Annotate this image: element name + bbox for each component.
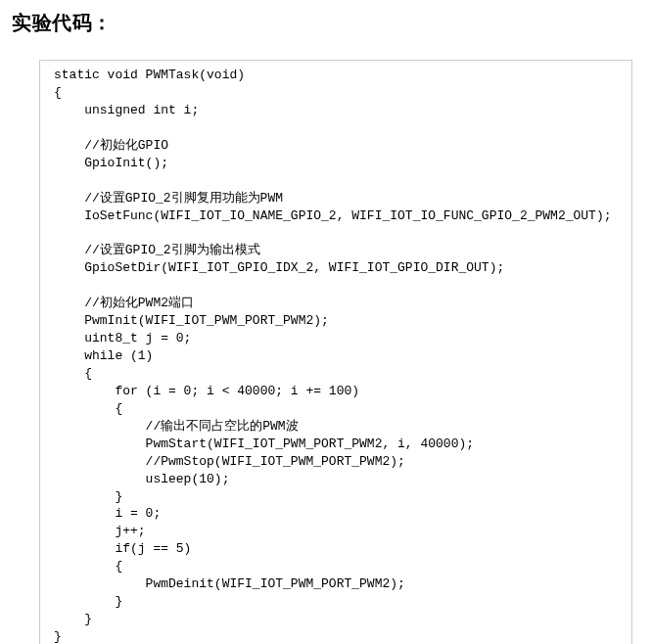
- code-block: static void PWMTask(void) { unsigned int…: [54, 67, 622, 644]
- code-container: static void PWMTask(void) { unsigned int…: [39, 60, 632, 644]
- section-heading: 实验代码：: [12, 10, 640, 36]
